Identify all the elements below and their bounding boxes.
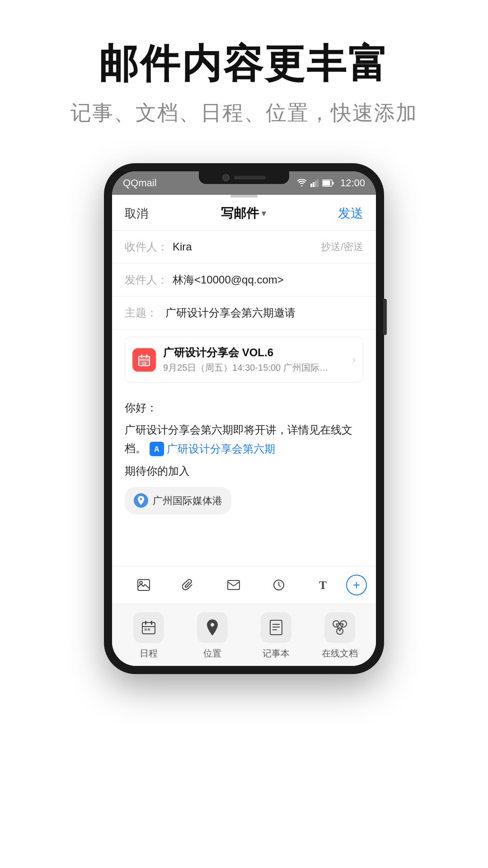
page-title: 邮件内容更丰富 [0,41,488,86]
sender-row: 发件人： 林海<10000@qq.com> [112,264,376,297]
svg-rect-5 [323,181,330,186]
location-action-label: 位置 [203,647,221,660]
app-content: 取消 写邮件 ▾ 发送 收件人： Kira 抄送/密送 发件人： 林海<10 [112,195,376,666]
svg-rect-2 [315,180,317,187]
subject-row: 主题： 广研设计分享会第六期邀请 [112,297,376,330]
svg-rect-0 [310,184,312,187]
quick-action-note[interactable]: 记事本 [244,612,308,660]
svg-text:25: 25 [142,361,146,366]
event-icon: 25 [132,348,156,372]
body-text: 广研设计分享会第六期即将开讲，详情见在线文 档。 A 广研设计分享会第六期 [125,421,363,458]
status-time: 12:00 [340,177,365,189]
phone-outer: QQmail [104,163,384,674]
event-time: 9月25日（周五）14:30-15:00 广州国际… [163,362,345,374]
svg-rect-1 [313,182,314,187]
recipient-label: 收件人： [125,240,168,254]
attach-icon[interactable] [166,574,211,596]
subject-label: 主题： [125,306,161,320]
calendar-event-icon: 25 [138,353,150,367]
svg-rect-10 [146,354,147,358]
doc-link[interactable]: 广研设计分享会第六期 [167,440,275,458]
cancel-button[interactable]: 取消 [125,206,148,222]
calendar-action-label: 日程 [140,647,158,660]
quick-action-location[interactable]: 位置 [180,612,244,660]
location-action-icon [197,612,228,643]
svg-rect-21 [142,626,155,627]
svg-rect-22 [145,628,147,631]
quick-action-doc[interactable]: 在线文档 [308,612,371,660]
page-subtitle: 记事、文档、日程、位置，快速添加 [0,99,488,127]
quick-action-calendar[interactable]: 日程 [117,612,180,660]
email-icon[interactable] [211,574,256,596]
speaker [234,176,266,179]
svg-rect-11 [139,359,150,360]
phone-screen: QQmail [112,171,376,666]
sender-value[interactable]: 林海<10000@qq.com> [173,273,363,287]
location-text: 广州国际媒体港 [153,492,222,509]
body-closing: 期待你的加入 [125,462,363,481]
doc-action-icon [324,612,355,643]
location-pin-icon [134,493,148,508]
svg-rect-18 [142,623,155,634]
note-action-label: 记事本 [263,647,290,660]
svg-rect-3 [317,179,319,187]
phone-notch [199,171,289,184]
event-info: 广研设计分享会 VOL.6 9月25日（周五）14:30-15:00 广州国际… [163,345,345,374]
doc-icon: A [150,442,164,456]
email-body[interactable]: 你好： 广研设计分享会第六期即将开讲，详情见在线文 档。 A 广研设计分享会第六… [112,390,376,566]
compose-title: 写邮件 ▾ [221,205,266,222]
event-title: 广研设计分享会 VOL.6 [163,345,345,360]
note-action-icon [261,612,291,643]
body-greeting: 你好： [125,399,363,417]
recipient-row: 收件人： Kira 抄送/密送 [112,231,376,264]
phone-mockup: QQmail [0,163,488,674]
image-icon[interactable] [121,574,166,596]
chevron-down-icon: ▾ [262,208,266,218]
status-icons: 12:00 [297,177,365,189]
svg-rect-15 [228,580,239,590]
subject-value[interactable]: 广研设计分享会第六期邀请 [165,306,363,320]
send-button[interactable]: 发送 [338,205,363,222]
svg-rect-19 [145,621,146,625]
svg-rect-23 [148,628,150,631]
quick-actions: 日程 位置 [112,604,376,666]
svg-text:T: T [319,579,327,591]
cc-action[interactable]: 抄送/密送 [321,240,363,254]
svg-rect-20 [151,621,152,625]
scroll-indicator [230,195,258,198]
side-button [383,299,387,335]
text-format-icon[interactable]: T [301,574,346,596]
inline-doc[interactable]: A 广研设计分享会第六期 [150,440,275,458]
wifi-icon [297,179,307,187]
svg-rect-9 [141,354,142,358]
page-header: 邮件内容更丰富 记事、文档、日程、位置，快速添加 [0,0,488,145]
event-card[interactable]: 25 广研设计分享会 VOL.6 9月25日（周五）14:30-15:00 广州… [125,337,363,382]
doc-action-label: 在线文档 [322,647,358,660]
calendar-action-icon [133,612,164,643]
compose-topbar: 取消 写邮件 ▾ 发送 [112,195,376,231]
location-chip[interactable]: 广州国际媒体港 [125,481,363,514]
svg-rect-6 [332,182,333,184]
signal-icon [310,179,319,187]
recipient-value[interactable]: Kira [173,241,321,253]
event-chevron-icon: › [352,354,356,366]
plus-button[interactable]: + [346,575,367,595]
status-app-name: QQmail [123,177,157,189]
clock-icon[interactable] [256,574,301,596]
toolbar: T + [112,566,376,604]
battery-icon [322,179,334,187]
camera [222,174,230,181]
sender-label: 发件人： [125,273,168,287]
